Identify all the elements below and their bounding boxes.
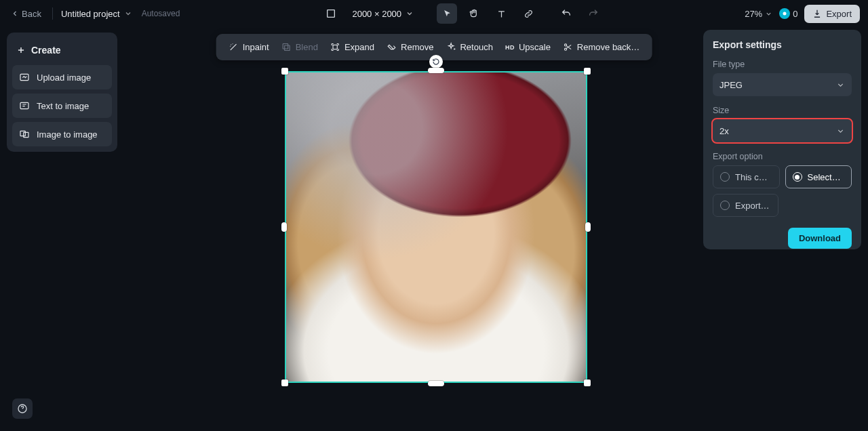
file-type-label: File type	[713, 60, 852, 69]
resize-handle-bottom-left[interactable]	[281, 379, 288, 386]
rotate-handle[interactable]	[429, 55, 443, 68]
credit-coin-icon	[779, 8, 790, 19]
resize-handle-bottom-right[interactable]	[584, 379, 591, 386]
svg-point-1	[783, 12, 787, 16]
resize-handle-bottom[interactable]	[428, 381, 444, 386]
text-to-image-icon	[19, 100, 30, 111]
upload-image-icon	[19, 72, 30, 83]
undo-button[interactable]	[556, 3, 576, 24]
option-selected-layers-label: Selected l…	[808, 172, 845, 182]
file-type-select[interactable]: JPEG	[713, 73, 852, 96]
create-label: Create	[31, 45, 61, 56]
file-type-group: File type JPEG	[713, 58, 852, 96]
size-group: Size 2x	[713, 104, 852, 142]
project-name-dropdown[interactable]: Untitled project	[61, 9, 132, 19]
resize-canvas-button[interactable]	[321, 3, 341, 24]
option-selected-layers[interactable]: Selected l…	[785, 165, 852, 188]
cursor-icon	[442, 9, 452, 19]
divider	[52, 7, 53, 20]
svg-rect-4	[20, 131, 25, 136]
export-option-label: Export option	[713, 152, 852, 161]
back-button[interactable]: Back	[8, 6, 44, 22]
rotate-icon	[432, 58, 440, 66]
resize-handle-top-left[interactable]	[281, 68, 288, 75]
hand-tool-button[interactable]	[464, 3, 484, 24]
redo-button[interactable]	[583, 3, 604, 24]
image-selection[interactable]	[285, 71, 587, 383]
zoom-dropdown[interactable]: 27%	[745, 9, 772, 19]
resize-handle-top-right[interactable]	[584, 68, 591, 75]
option-export-all[interactable]: Export all …	[713, 194, 778, 217]
chevron-down-icon	[765, 10, 772, 18]
resize-handle-right[interactable]	[585, 222, 591, 232]
link-tool-button[interactable]	[518, 3, 538, 24]
create-header: Create	[12, 38, 112, 61]
size-select[interactable]: 2x	[713, 119, 852, 142]
export-settings-panel: Export settings File type JPEG Size 2x E…	[703, 30, 861, 249]
select-tool-button[interactable]	[437, 3, 457, 24]
text-icon	[496, 9, 507, 19]
portrait-photo	[286, 73, 586, 382]
help-icon	[17, 403, 28, 414]
undo-icon	[561, 8, 572, 19]
resize-handle-left[interactable]	[281, 222, 287, 232]
radio-icon-selected	[793, 172, 802, 182]
image-to-image-icon	[19, 129, 30, 140]
svg-rect-3	[20, 102, 28, 108]
top-bar-right: 27% 0 Export	[745, 5, 860, 23]
export-option-group: Export option This canvas Selected l… Ex…	[713, 150, 852, 217]
back-label: Back	[22, 9, 41, 19]
project-name-label: Untitled project	[61, 9, 120, 19]
help-button[interactable]	[12, 398, 33, 419]
top-bar: Back Untitled project Autosaved 2000 × 2…	[0, 0, 868, 27]
text-to-image-label: Text to image	[37, 101, 89, 111]
download-label: Download	[799, 233, 841, 243]
size-label: Size	[713, 106, 852, 115]
file-type-value: JPEG	[719, 80, 743, 90]
svg-rect-5	[24, 132, 28, 137]
credits-display[interactable]: 0	[779, 8, 797, 19]
link-icon	[524, 9, 534, 19]
autosaved-status: Autosaved	[142, 9, 180, 18]
canvas-dimensions-label: 2000 × 2000	[352, 9, 401, 19]
workspace: Create Upload image Text to image Image …	[0, 27, 868, 431]
text-tool-button[interactable]	[491, 3, 511, 24]
svg-rect-0	[328, 10, 335, 18]
export-settings-title: Export settings	[713, 39, 852, 50]
redo-icon	[588, 8, 599, 19]
upload-image-label: Upload image	[37, 73, 91, 83]
canvas-area[interactable]	[122, 27, 685, 431]
image-to-image-label: Image to image	[37, 129, 98, 140]
download-icon	[812, 9, 822, 18]
export-label: Export	[826, 9, 852, 19]
export-button[interactable]: Export	[804, 5, 860, 23]
chevron-down-icon	[836, 81, 845, 89]
option-export-all-label: Export all …	[735, 201, 771, 211]
upload-image-button[interactable]: Upload image	[12, 65, 112, 89]
size-value: 2x	[719, 126, 729, 136]
zoom-label: 27%	[745, 9, 762, 19]
plus-icon	[16, 45, 26, 55]
chevron-left-icon	[11, 9, 19, 18]
resize-handle-top[interactable]	[428, 68, 444, 73]
left-panel: Create Upload image Text to image Image …	[7, 33, 117, 152]
image-to-image-button[interactable]: Image to image	[12, 122, 112, 146]
radio-icon	[720, 201, 730, 210]
radio-icon	[720, 172, 730, 182]
text-to-image-button[interactable]: Text to image	[12, 94, 112, 118]
option-this-canvas-label: This canvas	[735, 172, 772, 182]
hand-icon	[469, 8, 479, 19]
credits-value: 0	[793, 9, 797, 19]
chevron-down-icon	[836, 127, 845, 136]
chevron-down-icon	[124, 9, 132, 18]
download-button[interactable]: Download	[788, 228, 852, 249]
canvas-dimensions-dropdown[interactable]: 2000 × 2000	[348, 6, 418, 22]
top-bar-center: 2000 × 2000	[185, 3, 739, 24]
option-this-canvas[interactable]: This canvas	[713, 165, 780, 188]
top-bar-left: Back Untitled project Autosaved	[8, 6, 180, 22]
canvas-image[interactable]	[285, 71, 587, 383]
chevron-down-icon	[406, 9, 414, 18]
